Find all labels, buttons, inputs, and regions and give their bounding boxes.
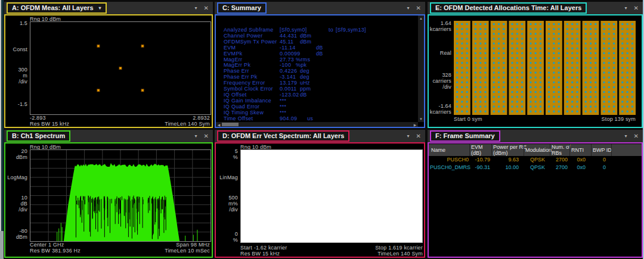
resbw-label: Res BW 15 kHz [240, 251, 280, 257]
summary-row: Analyzed Subframe[Sf0,sym0]to[Sf9,sym13] [216, 27, 417, 33]
table-row[interactable]: PUSCH0_DMRS-90.3110.00QPSK27000x00 [429, 164, 642, 171]
y-axis-bottom-label-1: -1.64 [429, 103, 451, 109]
vertical-scrollbar[interactable]: ▲ ▼ [418, 15, 424, 122]
panel-b-title: B: Ch1 Spectrum [12, 132, 65, 139]
summary-label: Frequency Error [224, 80, 265, 86]
err-vect-plot[interactable] [240, 149, 423, 243]
summary-row: IQ Gain Imbalance*** [216, 98, 417, 104]
summary-value: 45.11 [280, 39, 293, 45]
close-icon[interactable]: ✕ [416, 2, 421, 14]
y-axis-scale-2: m% [216, 201, 238, 207]
summary-unit: dB [316, 45, 323, 51]
summary-unit: dBm [300, 39, 311, 45]
spectrum-plot[interactable] [30, 149, 211, 242]
panel-b-tab[interactable]: B: Ch1 Spectrum [7, 130, 70, 142]
y-axis-bottom-label-2: kcarriers [429, 109, 451, 115]
table-cell: 10.00 [493, 164, 519, 171]
table-header-cell[interactable]: Num. ofRBs [552, 144, 571, 156]
summary-row: IQ Timing Skew*** [216, 110, 417, 116]
table-cell: 2700 [547, 164, 568, 171]
summary-row: MagErr Pk-100%pk [216, 62, 417, 68]
summary-value: *** [280, 98, 286, 104]
table-cell: 0x0 [570, 164, 586, 171]
summary-label: IQ Gain Imbalance [224, 98, 271, 104]
panel-a-title: A: OFDM Meas: All Layers [12, 4, 94, 11]
summary-unit: dB [316, 51, 323, 57]
panel-d-tab[interactable]: D: OFDM Err Vect Spectrum: All Layers [217, 130, 349, 142]
close-icon[interactable]: ✕ [204, 2, 209, 14]
panel-f-content: NameEVM(dB)Power per RE(dBm)ModulationNu… [428, 142, 643, 258]
summary-row: EVM-11.14dB [216, 45, 417, 51]
panel-b-titlebar[interactable]: B: Ch1 Spectrum ▾ ✕ [4, 130, 213, 142]
summary-value: -11.14 [280, 45, 296, 51]
panel-ofdm-meas: A: OFDM Meas: All Layers▾ ▾ ✕ Rng 10 dBm… [4, 2, 213, 128]
close-icon[interactable]: ✕ [634, 2, 639, 14]
panel-a-tab[interactable]: A: OFDM Meas: All Layers▾ [7, 2, 107, 14]
horizontal-scrollbar[interactable]: ◀ ▶ [216, 122, 418, 127]
summary-row: Time Offset904.09us [216, 116, 417, 121]
scroll-left-icon[interactable]: ◀ [216, 123, 221, 127]
y-axis-top-label-1: 20 [5, 148, 27, 154]
close-icon[interactable]: ✕ [634, 130, 639, 142]
summary-value: 904.09 [280, 116, 297, 121]
scroll-down-icon[interactable]: ▼ [418, 117, 424, 121]
table-row[interactable]: PUSCH0-10.799.63QPSK27000x00 [429, 156, 642, 164]
y-axis-name: Real [429, 50, 451, 56]
table-cell: PUSCH0 [430, 156, 469, 164]
table-cell: 0x0 [570, 156, 586, 164]
close-icon[interactable]: ✕ [204, 130, 209, 142]
table-header[interactable]: NameEVM(dB)Power per RE(dBm)ModulationNu… [429, 144, 642, 156]
summary-row: Frequency Error13.179uHz [216, 80, 417, 86]
scroll-up-icon[interactable]: ▲ [418, 16, 424, 21]
panel-e-content: 1.64 kcarriers Real 328 carriers /div -1… [428, 14, 643, 128]
trace-dropdown-icon[interactable]: ▾ [99, 4, 101, 13]
table-header-cell[interactable]: Power per RE(dBm) [493, 144, 527, 156]
summary-label: IQ Timing Skew [224, 110, 264, 116]
panel-e-titlebar[interactable]: E: OFDM Detected Allocations Time: All L… [428, 2, 643, 14]
panel-err-vect-spectrum: D: OFDM Err Vect Spectrum: All Layers ▾ … [215, 130, 425, 258]
close-icon[interactable]: ✕ [416, 130, 421, 142]
allocations-plot[interactable] [454, 21, 636, 115]
table-header-separator [469, 144, 470, 156]
collapse-icon[interactable]: ▾ [625, 130, 627, 142]
panel-a-titlebar[interactable]: A: OFDM Meas: All Layers▾ ▾ ✕ [4, 2, 213, 14]
horizontal-scrollbar-thumb[interactable] [222, 123, 239, 126]
resbw-label: Res BW 381.936 Hz [30, 248, 80, 254]
x-axis-left-label: Start -1.62 kcarrier [240, 245, 287, 251]
y-axis-scale-3: /div [429, 84, 451, 90]
collapse-icon[interactable]: ▾ [407, 130, 410, 142]
panel-f-titlebar[interactable]: F: Frame Summary ▾ ✕ [428, 130, 643, 142]
y-axis-bottom-label-1: 0 [216, 231, 238, 237]
table-header-cell[interactable]: EVM(dB) [471, 144, 483, 156]
panel-f-tab[interactable]: F: Frame Summary [430, 130, 500, 142]
table-cell: QPSK [522, 164, 545, 171]
collapse-icon[interactable]: ▾ [407, 2, 410, 14]
scroll-right-icon[interactable]: ▶ [413, 123, 417, 127]
panel-e-title: E: OFDM Detected Allocations Time: All L… [435, 4, 581, 11]
table-header-separator [491, 144, 492, 156]
timelen-label: TimeLen 140 Sym [333, 251, 423, 257]
summary-unit: us [307, 116, 313, 121]
collapse-icon[interactable]: ▾ [195, 130, 197, 142]
y-axis-name: Const [5, 46, 27, 52]
summary-row: IQ Offset-123.02dB [216, 92, 417, 98]
table-body: PUSCH0-10.799.63QPSK27000x00PUSCH0_DMRS-… [429, 156, 642, 257]
panel-c-tab[interactable]: C: Summary [217, 2, 267, 14]
panel-c-titlebar[interactable]: C: Summary ▾ ✕ [215, 2, 425, 14]
summary-value2: [Sf9,sym13] [336, 27, 366, 33]
summary-row: Channel Power44.431dBm [216, 33, 417, 39]
timelen-label: TimeLen 140 Sym [120, 121, 210, 127]
panel-d-titlebar[interactable]: D: OFDM Err Vect Spectrum: All Layers ▾ … [215, 130, 425, 142]
table-cell: PUSCH0_DMRS [430, 164, 469, 171]
collapse-icon[interactable]: ▾ [625, 2, 627, 14]
summary-unit: dBm [300, 33, 311, 39]
panel-e-tab[interactable]: E: OFDM Detected Allocations Time: All L… [430, 2, 587, 14]
summary-value: [Sf0,sym0] [280, 27, 307, 33]
summary-label: Analyzed Subframe [224, 27, 274, 33]
constellation-plot[interactable] [30, 21, 211, 115]
summary-row: OFDMSym Tx Power45.11dBm [216, 39, 417, 45]
collapse-icon[interactable]: ▾ [195, 2, 197, 14]
summary-value: 13.179 [280, 80, 297, 86]
summary-row: Phase Err Pk-3.141deg [216, 74, 417, 80]
y-axis-top-label-1: 1.64 [429, 20, 451, 26]
